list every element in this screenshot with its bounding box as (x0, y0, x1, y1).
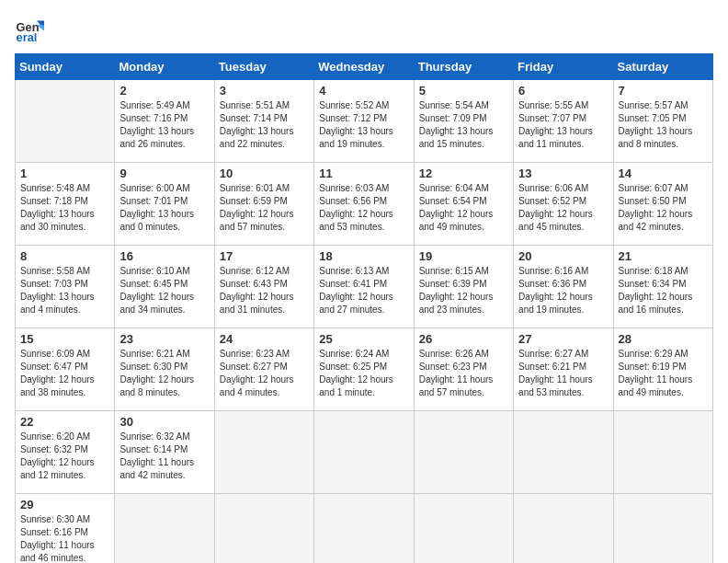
calendar-cell: 30 Sunrise: 6:32 AMSunset: 6:14 PMDaylig… (115, 411, 214, 494)
calendar-cell: 17 Sunrise: 6:12 AMSunset: 6:43 PMDaylig… (214, 246, 313, 328)
day-number: 1 (20, 167, 109, 180)
day-info: Sunrise: 5:55 AMSunset: 7:07 PMDaylight:… (518, 99, 608, 151)
day-number: 10 (220, 167, 309, 180)
day-info: Sunrise: 5:51 AMSunset: 7:14 PMDaylight:… (220, 99, 309, 151)
calendar-cell: 18 Sunrise: 6:13 AMSunset: 6:41 PMDaylig… (314, 246, 414, 328)
day-number: 19 (419, 249, 508, 263)
col-header-thursday: Thursday (414, 54, 513, 80)
calendar-cell: 10 Sunrise: 6:01 AMSunset: 6:59 PMDaylig… (214, 163, 313, 246)
calendar-body: 2 Sunrise: 5:49 AMSunset: 7:16 PMDayligh… (16, 80, 713, 564)
day-info: Sunrise: 6:10 AMSunset: 6:45 PMDaylight:… (119, 265, 209, 316)
calendar-cell (16, 80, 115, 163)
day-info: Sunrise: 6:24 AMSunset: 6:25 PMDaylight:… (319, 348, 408, 399)
calendar-cell: 28 Sunrise: 6:29 AMSunset: 6:19 PMDaylig… (613, 328, 712, 411)
col-header-wednesday: Wednesday (314, 54, 414, 80)
week-row-2: 1 Sunrise: 5:48 AMSunset: 7:18 PMDayligh… (16, 163, 713, 246)
day-number: 4 (319, 84, 408, 98)
day-info: Sunrise: 5:49 AMSunset: 7:16 PMDaylight:… (119, 99, 209, 151)
calendar-cell (514, 411, 613, 494)
day-number: 5 (419, 84, 508, 98)
day-info: Sunrise: 6:26 AMSunset: 6:23 PMDaylight:… (419, 348, 508, 399)
day-number: 22 (20, 415, 109, 429)
calendar-table: SundayMondayTuesdayWednesdayThursdayFrid… (15, 53, 713, 563)
logo-icon: Gen eral (15, 15, 44, 44)
calendar-cell: 9 Sunrise: 6:00 AMSunset: 7:01 PMDayligh… (115, 163, 214, 246)
day-info: Sunrise: 6:23 AMSunset: 6:27 PMDaylight:… (220, 348, 309, 399)
day-info: Sunrise: 5:52 AMSunset: 7:12 PMDaylight:… (319, 99, 408, 151)
day-info: Sunrise: 6:06 AMSunset: 6:52 PMDaylight:… (518, 182, 608, 234)
day-number: 9 (119, 167, 209, 180)
day-number: 12 (419, 167, 508, 180)
day-info: Sunrise: 6:15 AMSunset: 6:39 PMDaylight:… (419, 265, 508, 316)
col-header-tuesday: Tuesday (214, 54, 313, 80)
day-info: Sunrise: 6:32 AMSunset: 6:14 PMDaylight:… (119, 431, 209, 482)
calendar-cell (613, 411, 712, 494)
day-number: 24 (220, 332, 309, 346)
day-number: 11 (319, 167, 408, 180)
calendar-cell: 12 Sunrise: 6:04 AMSunset: 6:54 PMDaylig… (414, 163, 513, 246)
calendar-cell: 3 Sunrise: 5:51 AMSunset: 7:14 PMDayligh… (214, 80, 313, 163)
day-number: 13 (518, 167, 608, 180)
day-number: 17 (220, 249, 309, 263)
calendar-cell (314, 494, 414, 564)
day-number: 23 (119, 332, 209, 346)
col-header-sunday: Sunday (16, 54, 115, 80)
day-info: Sunrise: 6:09 AMSunset: 6:47 PMDaylight:… (20, 348, 109, 399)
day-info: Sunrise: 6:27 AMSunset: 6:21 PMDaylight:… (518, 348, 608, 399)
calendar-cell: 19 Sunrise: 6:15 AMSunset: 6:39 PMDaylig… (414, 246, 513, 328)
calendar-cell (613, 494, 712, 564)
svg-text:eral: eral (17, 30, 38, 44)
calendar-cell (115, 494, 214, 564)
calendar-cell (314, 411, 414, 494)
day-number: 2 (119, 84, 209, 98)
day-info: Sunrise: 6:18 AMSunset: 6:34 PMDaylight:… (619, 265, 708, 316)
day-number: 15 (20, 332, 109, 346)
calendar-cell: 24 Sunrise: 6:23 AMSunset: 6:27 PMDaylig… (214, 328, 313, 411)
day-info: Sunrise: 6:03 AMSunset: 6:56 PMDaylight:… (319, 182, 408, 234)
page-header: Gen eral (15, 15, 713, 44)
day-number: 25 (319, 332, 408, 346)
calendar-cell: 4 Sunrise: 5:52 AMSunset: 7:12 PMDayligh… (314, 80, 414, 163)
calendar-cell: 26 Sunrise: 6:26 AMSunset: 6:23 PMDaylig… (414, 328, 513, 411)
week-row-5: 22 Sunrise: 6:20 AMSunset: 6:32 PMDaylig… (16, 411, 713, 494)
calendar-cell: 13 Sunrise: 6:06 AMSunset: 6:52 PMDaylig… (514, 163, 613, 246)
day-number: 18 (319, 249, 408, 263)
day-info: Sunrise: 6:01 AMSunset: 6:59 PMDaylight:… (220, 182, 309, 234)
week-row-4: 15 Sunrise: 6:09 AMSunset: 6:47 PMDaylig… (16, 328, 713, 411)
calendar-cell: 14 Sunrise: 6:07 AMSunset: 6:50 PMDaylig… (613, 163, 712, 246)
calendar-cell: 25 Sunrise: 6:24 AMSunset: 6:25 PMDaylig… (314, 328, 414, 411)
week-row-1: 2 Sunrise: 5:49 AMSunset: 7:16 PMDayligh… (16, 80, 713, 163)
calendar-cell: 16 Sunrise: 6:10 AMSunset: 6:45 PMDaylig… (115, 246, 214, 328)
day-number: 8 (20, 249, 109, 263)
calendar-cell: 1 Sunrise: 5:48 AMSunset: 7:18 PMDayligh… (16, 163, 115, 246)
day-number: 3 (220, 84, 309, 98)
day-info: Sunrise: 5:57 AMSunset: 7:05 PMDaylight:… (619, 99, 708, 151)
day-info: Sunrise: 5:58 AMSunset: 7:03 PMDaylight:… (20, 265, 109, 316)
calendar-cell: 22 Sunrise: 6:20 AMSunset: 6:32 PMDaylig… (16, 411, 115, 494)
calendar-cell: 20 Sunrise: 6:16 AMSunset: 6:36 PMDaylig… (514, 246, 613, 328)
calendar-cell: 27 Sunrise: 6:27 AMSunset: 6:21 PMDaylig… (514, 328, 613, 411)
day-info: Sunrise: 6:12 AMSunset: 6:43 PMDaylight:… (220, 265, 309, 316)
day-info: Sunrise: 6:13 AMSunset: 6:41 PMDaylight:… (319, 265, 408, 316)
calendar-cell: 6 Sunrise: 5:55 AMSunset: 7:07 PMDayligh… (514, 80, 613, 163)
day-info: Sunrise: 6:30 AMSunset: 6:16 PMDaylight:… (20, 513, 109, 563)
day-number: 21 (619, 249, 708, 263)
calendar-cell: 15 Sunrise: 6:09 AMSunset: 6:47 PMDaylig… (16, 328, 115, 411)
week-row-3: 8 Sunrise: 5:58 AMSunset: 7:03 PMDayligh… (16, 246, 713, 328)
calendar-cell: 2 Sunrise: 5:49 AMSunset: 7:16 PMDayligh… (115, 80, 214, 163)
day-info: Sunrise: 5:48 AMSunset: 7:18 PMDaylight:… (20, 182, 109, 234)
day-info: Sunrise: 6:21 AMSunset: 6:30 PMDaylight:… (119, 348, 209, 399)
day-number: 28 (619, 332, 708, 346)
calendar-cell: 8 Sunrise: 5:58 AMSunset: 7:03 PMDayligh… (16, 246, 115, 328)
calendar-cell (214, 411, 313, 494)
day-info: Sunrise: 6:16 AMSunset: 6:36 PMDaylight:… (518, 265, 608, 316)
day-number: 6 (518, 84, 608, 98)
calendar-cell (514, 494, 613, 564)
day-number: 7 (619, 84, 708, 98)
day-number: 14 (619, 167, 708, 180)
calendar-cell (414, 411, 513, 494)
day-info: Sunrise: 6:04 AMSunset: 6:54 PMDaylight:… (419, 182, 508, 234)
col-header-friday: Friday (514, 54, 613, 80)
calendar-cell (414, 494, 513, 564)
day-info: Sunrise: 6:29 AMSunset: 6:19 PMDaylight:… (619, 348, 708, 399)
